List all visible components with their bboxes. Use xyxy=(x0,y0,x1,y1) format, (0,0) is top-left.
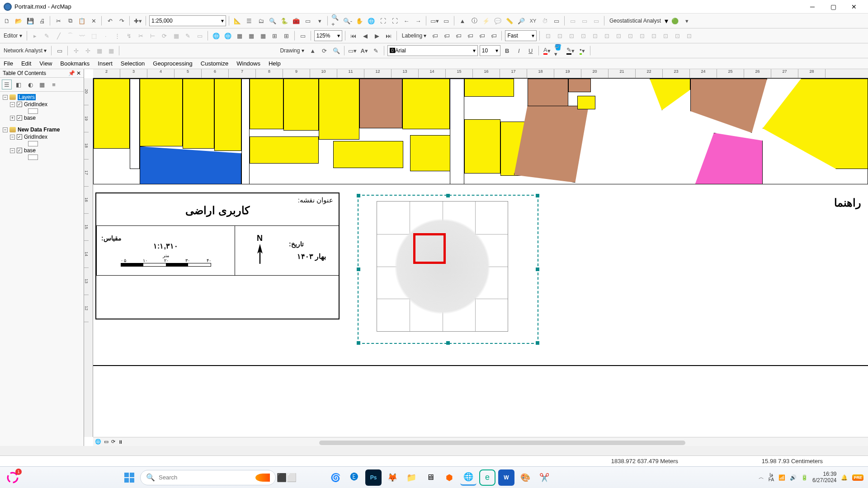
print-icon[interactable]: 🖨 xyxy=(37,16,47,26)
edit-vertices-icon[interactable]: ✎ xyxy=(371,46,381,56)
select-elements-icon[interactable]: ▲ xyxy=(458,16,467,26)
edit-vert-icon[interactable]: ⋮ xyxy=(113,31,123,41)
layout-icon[interactable]: ▭ xyxy=(298,31,308,41)
menu-edit[interactable]: Edit xyxy=(21,60,31,67)
app-orange-icon[interactable]: ⬢ xyxy=(441,469,458,486)
edit-sep2-icon[interactable]: ▭ xyxy=(580,16,590,26)
fixed-zoomout-icon[interactable]: ⛶ xyxy=(390,16,400,26)
tray-date[interactable]: 6/27/2024 xyxy=(812,478,836,483)
battery-icon[interactable]: 🔋 xyxy=(801,474,808,481)
editor-dropdown[interactable]: Editor ▾ xyxy=(2,33,24,39)
menu-customize[interactable]: Customize xyxy=(201,60,228,67)
label-wgt-icon[interactable]: 🏷 xyxy=(453,31,463,41)
scale-combo[interactable]: 1:25,000▾ xyxy=(149,15,226,26)
layout-view-icon[interactable]: ▭ xyxy=(104,439,108,445)
catalog-icon[interactable]: 🗂 xyxy=(256,16,266,26)
georef3-icon[interactable]: ▦ xyxy=(235,31,245,41)
edit-sep1-icon[interactable]: ▭ xyxy=(568,16,578,26)
checkbox-icon[interactable]: ✓ xyxy=(17,148,22,153)
snap8-icon[interactable]: ⊡ xyxy=(625,31,635,41)
trace-icon[interactable]: 〰 xyxy=(77,31,87,41)
split-icon[interactable]: ⊢ xyxy=(148,31,158,41)
explorer-icon[interactable]: 📁 xyxy=(403,469,420,486)
na-tool4-icon[interactable]: ▦ xyxy=(106,46,116,56)
pre-indicator-icon[interactable]: PRE xyxy=(852,474,863,481)
undo-icon[interactable]: ↶ xyxy=(105,16,115,26)
minimize-button[interactable]: ─ xyxy=(802,0,823,13)
wifi-icon[interactable]: 📶 xyxy=(778,474,785,481)
layer-gridindex2[interactable]: GridIndex xyxy=(24,134,47,140)
delete-icon[interactable]: ✕ xyxy=(89,16,99,26)
fontsize-combo[interactable]: 10▾ xyxy=(480,45,500,56)
overview-map-frame[interactable] xyxy=(358,195,538,344)
time-slider-icon[interactable]: ⏱ xyxy=(540,16,550,26)
pan-icon[interactable]: ✋ xyxy=(354,16,364,26)
select-features-icon[interactable]: ▭▾ xyxy=(429,16,439,26)
view-unplaced-icon[interactable]: 🏷 xyxy=(489,31,499,41)
symbol-swatch[interactable] xyxy=(28,141,38,146)
hyperlink-icon[interactable]: ⚡ xyxy=(481,16,491,26)
word-icon[interactable]: W xyxy=(498,469,514,486)
collapse-icon[interactable]: − xyxy=(3,95,8,100)
layout-view[interactable]: 2345678910111213141516171819202122232425… xyxy=(84,69,868,446)
clear-selection-icon[interactable]: ▭ xyxy=(441,16,451,26)
menu-help[interactable]: Help xyxy=(269,60,281,67)
marker-color-icon[interactable]: •▾ xyxy=(577,46,587,56)
pause-labels-icon[interactable]: 🏷 xyxy=(477,31,487,41)
expand-icon[interactable]: + xyxy=(10,116,15,121)
taskview-icon[interactable]: ⬛⬜ xyxy=(278,469,295,486)
maximize-button[interactable]: ▢ xyxy=(823,0,844,13)
list-by-selection-icon[interactable]: ▦ xyxy=(37,80,47,89)
fill-color-icon[interactable]: 🪣▾ xyxy=(554,46,564,56)
measure-icon[interactable]: 📏 xyxy=(505,16,514,26)
close-button[interactable]: ✕ xyxy=(844,0,864,13)
zoomout-icon[interactable]: 🔍- xyxy=(343,16,353,26)
copy-icon[interactable]: ⧉ xyxy=(65,16,75,26)
symbol-swatch[interactable] xyxy=(28,155,38,160)
geostat-dd-icon[interactable]: ▾ xyxy=(682,16,692,26)
arcmap-task-icon[interactable]: 🌐 xyxy=(460,469,476,486)
menu-insert[interactable]: Insert xyxy=(98,60,113,67)
collapse-icon[interactable]: − xyxy=(10,148,15,153)
notifications-icon[interactable]: 🔔 xyxy=(841,474,848,481)
attr-icon[interactable]: ▦ xyxy=(171,31,181,41)
checkbox-icon[interactable]: ✓ xyxy=(17,134,22,140)
rtangle-icon[interactable]: ⬚ xyxy=(89,31,99,41)
map-titleblock[interactable]: عنوان نقشه: کاربری اراضی تاریخ: بهار ۱۴۰… xyxy=(95,192,340,319)
refresh-view-icon[interactable]: ⟳ xyxy=(111,439,115,445)
full-extent-icon[interactable]: 🌐 xyxy=(366,16,376,26)
resize-handle[interactable] xyxy=(357,341,360,345)
collapse-icon[interactable]: − xyxy=(10,135,15,140)
create-feat-icon[interactable]: ▭ xyxy=(195,31,205,41)
start-button[interactable] xyxy=(121,469,137,486)
edit-tool-icon[interactable]: ▸ xyxy=(30,31,40,41)
tray-time[interactable]: 16:39 xyxy=(812,471,836,477)
save-icon[interactable]: 💾 xyxy=(25,16,35,26)
list-by-source-icon[interactable]: ◧ xyxy=(14,80,24,89)
dd-last-icon[interactable]: ⏭ xyxy=(384,31,394,41)
snap11-icon[interactable]: ⊡ xyxy=(660,31,670,41)
font-color-icon[interactable]: A▾ xyxy=(542,46,552,56)
layer-gridindex[interactable]: GridIndex xyxy=(24,101,47,108)
resize-handle[interactable] xyxy=(446,341,450,345)
paste-icon[interactable]: 📋 xyxy=(77,16,87,26)
data-view-icon[interactable]: 🌐 xyxy=(95,439,101,445)
georef5-icon[interactable]: ▦ xyxy=(258,31,268,41)
drawing-dropdown[interactable]: Drawing ▾ xyxy=(278,47,306,54)
zoom-elem-icon[interactable]: 🔍 xyxy=(331,46,341,56)
page-canvas[interactable]: راهنما عنوان نقشه: کاربری اراضی تاریخ: ب… xyxy=(93,78,868,437)
rectangle-tool-icon[interactable]: ▭▾ xyxy=(348,46,358,56)
toc-options-icon[interactable]: ≡ xyxy=(49,80,59,89)
identify-icon[interactable]: ⓘ xyxy=(469,16,479,26)
underline-icon[interactable]: U xyxy=(526,46,536,56)
na-window-icon[interactable]: ▭ xyxy=(55,46,65,56)
menu-bookmarks[interactable]: Bookmarks xyxy=(60,60,90,67)
cut-icon[interactable]: ✂ xyxy=(53,16,63,26)
snap7-icon[interactable]: ⊡ xyxy=(613,31,623,41)
list-by-draworder-icon[interactable]: ☰ xyxy=(2,80,12,89)
georef2-icon[interactable]: 🌐 xyxy=(223,31,233,41)
dd-next-icon[interactable]: ▶ xyxy=(372,31,382,41)
edge-icon[interactable]: 🌀 xyxy=(327,469,344,486)
horizontal-scrollbar[interactable] xyxy=(319,441,685,445)
edge2-icon[interactable]: 🅔 xyxy=(346,469,363,486)
